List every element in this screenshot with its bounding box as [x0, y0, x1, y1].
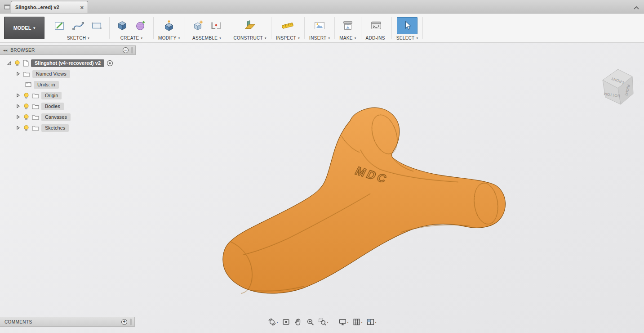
construct-plane-button[interactable]	[242, 17, 258, 34]
browser-scrollbar-thumb[interactable]	[131, 47, 133, 54]
create-menu-button[interactable]: CREATE ▾	[120, 36, 142, 41]
view-cube[interactable]: FRONT RIGHT BOTTOM	[597, 64, 637, 105]
modify-menu-button[interactable]: MODIFY ▾	[158, 36, 180, 41]
fusion-window: Slingsho...ered) v2 × MODEL ▾	[0, 0, 644, 333]
new-component-button[interactable]	[190, 17, 206, 34]
zoom-window-button[interactable]: ▾	[316, 316, 330, 327]
create-form-icon	[134, 19, 147, 32]
tree-item-origin[interactable]: Origin	[41, 92, 62, 99]
expander-collapsed-icon[interactable]	[15, 72, 21, 76]
spline-tool-button[interactable]	[70, 17, 86, 34]
document-tab[interactable]: Slingsho...ered) v2 ×	[11, 1, 88, 13]
tree-row-sketches: Sketches	[0, 122, 136, 133]
addins-menu-button[interactable]: ADD-INS	[366, 36, 387, 41]
tree-item-named-views[interactable]: Named Views	[32, 70, 70, 78]
visibility-bulb-icon[interactable]	[14, 60, 21, 67]
assemble-menu-button[interactable]: ASSEMBLE ▾	[192, 36, 221, 41]
make-menu-label: MAKE	[339, 36, 353, 40]
expander-collapsed-icon[interactable]	[15, 93, 21, 98]
expander-collapsed-icon[interactable]	[15, 104, 21, 108]
assemble-menu-label: ASSEMBLE	[192, 36, 218, 40]
select-menu-label: SELECT	[396, 36, 415, 40]
select-menu-button[interactable]: SELECT ▾	[396, 36, 418, 41]
sketch-menu-button[interactable]: SKETCH ▾	[67, 36, 89, 41]
visibility-bulb-icon[interactable]	[23, 125, 30, 131]
insert-button[interactable]	[311, 17, 328, 34]
tree-item-bodies[interactable]: Bodies	[41, 103, 64, 110]
tree-row-units: Units: in	[0, 79, 136, 90]
modify-menu-label: MODIFY	[158, 36, 177, 40]
comments-grip[interactable]	[130, 319, 132, 325]
visibility-bulb-icon[interactable]	[23, 92, 30, 99]
joint-button[interactable]	[208, 17, 224, 34]
joint-icon	[210, 19, 222, 32]
tree-item-root[interactable]: Slingshot (v4~recovered) v2	[31, 59, 104, 67]
create-sketch-icon	[53, 19, 66, 32]
tree-row-canvases: Canvases	[0, 112, 136, 122]
orbit-button[interactable]: ▾	[266, 316, 280, 327]
zoom-button[interactable]	[304, 316, 316, 327]
expander-open-icon[interactable]	[6, 61, 12, 66]
folder-icon	[32, 93, 39, 99]
browser-title: BROWSER	[10, 48, 35, 53]
tree-item-canvases[interactable]: Canvases	[41, 113, 71, 121]
look-at-button[interactable]	[280, 316, 292, 327]
workspace-selector[interactable]: MODEL ▾	[4, 17, 44, 39]
visibility-bulb-icon[interactable]	[23, 103, 30, 110]
add-ins-button[interactable]	[368, 17, 384, 34]
select-button[interactable]	[397, 17, 417, 34]
toolbar-separator	[422, 17, 423, 39]
display-settings-button[interactable]: ▾	[336, 316, 350, 327]
grid-layout-button[interactable]: ▾	[351, 316, 364, 327]
viewports-caret-icon: ▾	[375, 320, 377, 324]
viewport-canvas[interactable]: MDC ◀◀ BROWSER −	[0, 43, 644, 333]
browser-panel: ◀◀ BROWSER − Sling	[0, 45, 136, 133]
press-pull-button[interactable]	[161, 17, 177, 34]
construct-menu-button[interactable]: CONSTRUCT ▾	[234, 36, 266, 41]
create-solid-button[interactable]	[114, 17, 130, 34]
select-menu-caret-icon: ▾	[417, 36, 418, 40]
folder-icon	[32, 125, 39, 131]
toolbar-collapse-chevron-icon[interactable]	[633, 4, 640, 12]
insert-menu-button[interactable]: INSERT ▾	[309, 36, 330, 41]
tree-item-sketches[interactable]: Sketches	[41, 124, 69, 132]
rectangle-icon	[90, 19, 103, 32]
app-window-icon	[4, 4, 10, 12]
units-icon	[25, 81, 31, 88]
workspace-label: MODEL	[13, 25, 31, 31]
folder-icon	[32, 104, 39, 109]
browser-minimize-icon[interactable]: −	[123, 47, 129, 53]
comments-label: COMMENTS	[4, 320, 32, 324]
measure-icon	[281, 19, 294, 32]
create-box-icon	[116, 19, 129, 32]
browser-collapse-icon[interactable]: ◀◀	[3, 49, 7, 52]
visibility-bulb-icon[interactable]	[23, 114, 30, 121]
look-at-icon	[281, 318, 290, 326]
create-form-button[interactable]	[133, 17, 149, 34]
grid-caret-icon: ▾	[361, 320, 363, 324]
slingshot-body[interactable]: MDC	[223, 108, 506, 293]
activate-component-radio[interactable]	[107, 60, 113, 67]
toolbar-group-select: SELECT ▾	[392, 14, 423, 42]
create-sketch-button[interactable]	[52, 17, 68, 34]
folder-icon	[23, 71, 30, 77]
inspect-menu-button[interactable]: INSPECT ▾	[276, 36, 300, 41]
comments-bar[interactable]: COMMENTS +	[0, 317, 135, 327]
spline-icon	[72, 19, 84, 32]
construct-menu-label: CONSTRUCT	[234, 36, 263, 40]
expander-collapsed-icon[interactable]	[15, 115, 21, 119]
toolbar-group-make: MAKE ▾	[335, 14, 360, 42]
tab-close-icon[interactable]: ×	[80, 4, 84, 10]
rectangle-tool-button[interactable]	[89, 17, 105, 34]
make-menu-caret-icon: ▾	[355, 36, 356, 40]
expander-collapsed-icon[interactable]	[15, 126, 21, 130]
pan-button[interactable]	[292, 316, 304, 327]
tree-item-units[interactable]: Units: in	[34, 81, 59, 89]
make-menu-button[interactable]: MAKE ▾	[339, 36, 356, 41]
construct-plane-icon	[244, 19, 256, 32]
comments-expand-icon[interactable]: +	[121, 319, 127, 325]
tree-row-named-views: Named Views	[0, 68, 136, 79]
measure-button[interactable]	[280, 17, 296, 34]
make-button[interactable]	[340, 17, 356, 34]
viewports-button[interactable]: ▾	[364, 316, 378, 327]
